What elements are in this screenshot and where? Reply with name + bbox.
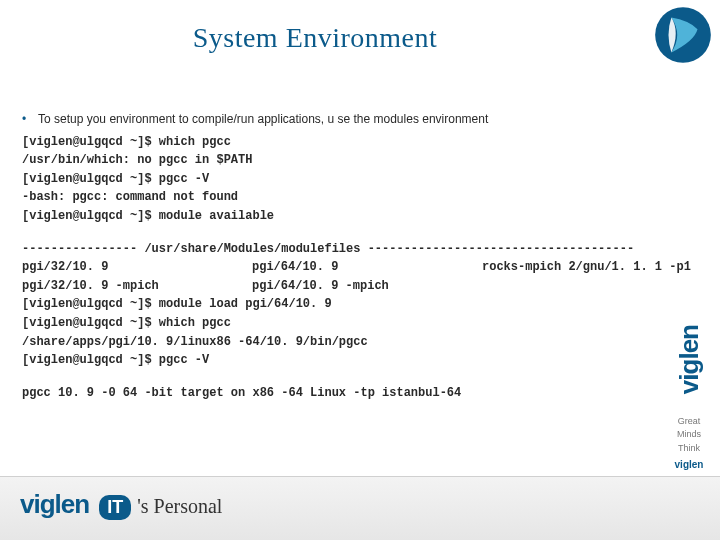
- bullet-intro: To setup you environment to compile/run …: [22, 110, 698, 129]
- tagline-word: Minds: [677, 429, 701, 440]
- footer-logo: viglen IT 's Personal: [20, 489, 222, 520]
- modules-divider: ---------------- /usr/share/Modules/modu…: [22, 240, 698, 259]
- terminal-block-2: [viglen@ulgqcd ~]$ module load pgi/64/10…: [22, 295, 698, 369]
- module-entry: pgi/64/10. 9: [252, 258, 482, 277]
- module-entry: pgi/32/10. 9 -mpich: [22, 277, 252, 296]
- page-title: System Environment: [0, 22, 630, 54]
- modules-columns: pgi/32/10. 9 pgi/32/10. 9 -mpich pgi/64/…: [22, 258, 698, 295]
- module-entry: pgi/32/10. 9: [22, 258, 252, 277]
- footer-brand-text: viglen: [20, 489, 89, 520]
- mini-brand-text: viglen: [675, 459, 704, 470]
- it-pill: IT: [99, 495, 131, 520]
- right-brand-strip: viglen Great Minds Think viglen: [664, 90, 714, 470]
- tagline-word: Think: [678, 443, 700, 454]
- footer-bar: viglen IT 's Personal: [0, 476, 720, 540]
- terminal-block-1: [viglen@ulgqcd ~]$ which pgcc /usr/bin/w…: [22, 133, 698, 226]
- terminal-block-3: pgcc 10. 9 -0 64 -bit target on x86 -64 …: [22, 384, 698, 403]
- viglen-logo-icon: [654, 6, 712, 64]
- module-entry: pgi/64/10. 9 -mpich: [252, 277, 482, 296]
- personal-text: 's Personal: [137, 495, 222, 518]
- slide-content: To setup you environment to compile/run …: [22, 110, 698, 402]
- tagline-word: Great: [678, 416, 701, 427]
- side-brand-text: viglen: [674, 325, 705, 394]
